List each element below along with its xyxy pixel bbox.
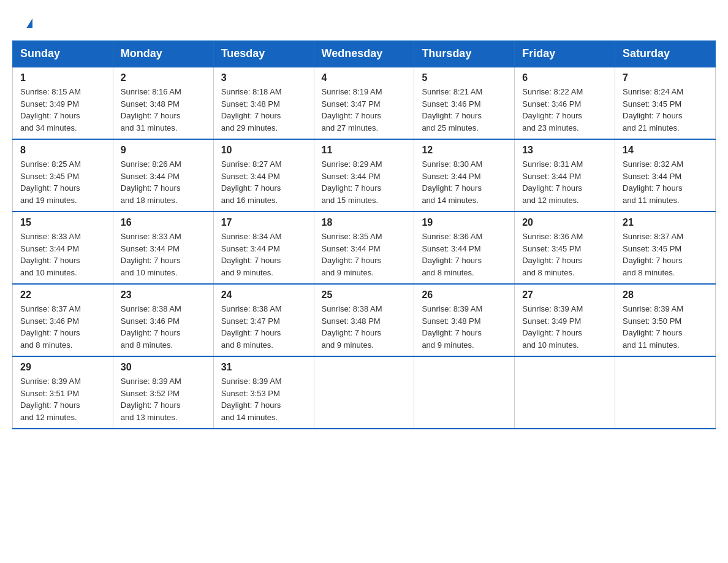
calendar-cell: 27 Sunrise: 8:39 AMSunset: 3:49 PMDaylig… <box>515 284 615 356</box>
calendar-cell: 24 Sunrise: 8:38 AMSunset: 3:47 PMDaylig… <box>213 284 314 356</box>
day-info: Sunrise: 8:33 AMSunset: 3:44 PMDaylight:… <box>20 231 105 278</box>
day-number: 17 <box>221 217 306 228</box>
day-number: 20 <box>522 217 607 228</box>
day-number: 12 <box>422 145 507 156</box>
calendar-cell: 25 Sunrise: 8:38 AMSunset: 3:48 PMDaylig… <box>314 284 414 356</box>
calendar-cell: 28 Sunrise: 8:39 AMSunset: 3:50 PMDaylig… <box>615 284 716 356</box>
calendar-header-row: SundayMondayTuesdayWednesdayThursdayFrid… <box>13 41 716 67</box>
calendar-table: SundayMondayTuesdayWednesdayThursdayFrid… <box>12 40 716 429</box>
calendar-cell: 10 Sunrise: 8:27 AMSunset: 3:44 PMDaylig… <box>213 139 314 212</box>
day-info: Sunrise: 8:27 AMSunset: 3:44 PMDaylight:… <box>221 158 306 206</box>
day-info: Sunrise: 8:19 AMSunset: 3:47 PMDaylight:… <box>322 86 407 134</box>
day-number: 28 <box>623 289 708 301</box>
day-info: Sunrise: 8:39 AMSunset: 3:52 PMDaylight:… <box>121 375 206 423</box>
calendar-cell: 12 Sunrise: 8:30 AMSunset: 3:44 PMDaylig… <box>414 139 515 212</box>
calendar-cell: 26 Sunrise: 8:39 AMSunset: 3:48 PMDaylig… <box>414 284 515 356</box>
day-number: 13 <box>522 145 607 156</box>
day-info: Sunrise: 8:29 AMSunset: 3:44 PMDaylight:… <box>322 158 407 206</box>
day-number: 11 <box>322 145 407 156</box>
calendar-cell: 15 Sunrise: 8:33 AMSunset: 3:44 PMDaylig… <box>13 212 113 284</box>
day-number: 29 <box>20 362 105 373</box>
day-number: 10 <box>221 145 306 156</box>
day-number: 23 <box>121 289 206 301</box>
day-info: Sunrise: 8:18 AMSunset: 3:48 PMDaylight:… <box>221 86 306 134</box>
day-info: Sunrise: 8:16 AMSunset: 3:48 PMDaylight:… <box>121 86 206 134</box>
day-info: Sunrise: 8:32 AMSunset: 3:44 PMDaylight:… <box>623 158 708 206</box>
calendar-cell: 20 Sunrise: 8:36 AMSunset: 3:45 PMDaylig… <box>515 212 615 284</box>
weekday-header-tuesday: Tuesday <box>213 41 314 67</box>
day-number: 31 <box>221 362 306 373</box>
calendar-week-row: 1 Sunrise: 8:15 AMSunset: 3:49 PMDayligh… <box>13 67 716 139</box>
day-info: Sunrise: 8:34 AMSunset: 3:44 PMDaylight:… <box>221 231 306 278</box>
day-info: Sunrise: 8:39 AMSunset: 3:53 PMDaylight:… <box>221 375 306 423</box>
weekday-header-saturday: Saturday <box>615 41 716 67</box>
day-info: Sunrise: 8:36 AMSunset: 3:45 PMDaylight:… <box>522 231 607 278</box>
day-info: Sunrise: 8:37 AMSunset: 3:46 PMDaylight:… <box>20 303 105 351</box>
calendar-cell: 11 Sunrise: 8:29 AMSunset: 3:44 PMDaylig… <box>314 139 414 212</box>
calendar-cell <box>414 356 515 429</box>
day-info: Sunrise: 8:39 AMSunset: 3:50 PMDaylight:… <box>623 303 708 351</box>
day-info: Sunrise: 8:35 AMSunset: 3:44 PMDaylight:… <box>322 231 407 278</box>
day-number: 16 <box>121 217 206 228</box>
day-info: Sunrise: 8:21 AMSunset: 3:46 PMDaylight:… <box>422 86 507 134</box>
day-number: 25 <box>322 289 407 301</box>
day-number: 2 <box>121 72 206 83</box>
calendar-cell: 19 Sunrise: 8:36 AMSunset: 3:44 PMDaylig… <box>414 212 515 284</box>
day-number: 22 <box>20 289 105 301</box>
calendar-cell: 3 Sunrise: 8:18 AMSunset: 3:48 PMDayligh… <box>213 67 314 139</box>
day-number: 30 <box>121 362 206 373</box>
weekday-header-thursday: Thursday <box>414 41 515 67</box>
day-number: 15 <box>20 217 105 228</box>
day-info: Sunrise: 8:39 AMSunset: 3:51 PMDaylight:… <box>20 375 105 423</box>
calendar-cell: 18 Sunrise: 8:35 AMSunset: 3:44 PMDaylig… <box>314 212 414 284</box>
day-info: Sunrise: 8:15 AMSunset: 3:49 PMDaylight:… <box>20 86 105 134</box>
calendar-cell: 14 Sunrise: 8:32 AMSunset: 3:44 PMDaylig… <box>615 139 716 212</box>
calendar-cell: 7 Sunrise: 8:24 AMSunset: 3:45 PMDayligh… <box>615 67 716 139</box>
day-info: Sunrise: 8:38 AMSunset: 3:48 PMDaylight:… <box>322 303 407 351</box>
day-number: 3 <box>221 72 306 83</box>
day-info: Sunrise: 8:39 AMSunset: 3:48 PMDaylight:… <box>422 303 507 351</box>
day-number: 18 <box>322 217 407 228</box>
day-number: 14 <box>623 145 708 156</box>
weekday-header-monday: Monday <box>113 41 213 67</box>
day-number: 21 <box>623 217 708 228</box>
logo-triangle-icon <box>26 18 32 28</box>
calendar-cell: 17 Sunrise: 8:34 AMSunset: 3:44 PMDaylig… <box>213 212 314 284</box>
day-info: Sunrise: 8:37 AMSunset: 3:45 PMDaylight:… <box>623 231 708 278</box>
weekday-header-friday: Friday <box>515 41 615 67</box>
calendar-cell: 22 Sunrise: 8:37 AMSunset: 3:46 PMDaylig… <box>13 284 113 356</box>
logo <box>25 18 32 28</box>
weekday-header-sunday: Sunday <box>13 41 113 67</box>
calendar-week-row: 29 Sunrise: 8:39 AMSunset: 3:51 PMDaylig… <box>13 356 716 429</box>
calendar-cell: 23 Sunrise: 8:38 AMSunset: 3:46 PMDaylig… <box>113 284 213 356</box>
day-info: Sunrise: 8:30 AMSunset: 3:44 PMDaylight:… <box>422 158 507 206</box>
day-number: 8 <box>20 145 105 156</box>
calendar-cell: 16 Sunrise: 8:33 AMSunset: 3:44 PMDaylig… <box>113 212 213 284</box>
day-info: Sunrise: 8:22 AMSunset: 3:46 PMDaylight:… <box>522 86 607 134</box>
calendar-cell: 30 Sunrise: 8:39 AMSunset: 3:52 PMDaylig… <box>113 356 213 429</box>
day-number: 19 <box>422 217 507 228</box>
calendar-cell <box>615 356 716 429</box>
day-number: 6 <box>522 72 607 83</box>
day-info: Sunrise: 8:38 AMSunset: 3:46 PMDaylight:… <box>121 303 206 351</box>
calendar-cell: 13 Sunrise: 8:31 AMSunset: 3:44 PMDaylig… <box>515 139 615 212</box>
day-number: 5 <box>422 72 507 83</box>
calendar-week-row: 8 Sunrise: 8:25 AMSunset: 3:45 PMDayligh… <box>13 139 716 212</box>
day-info: Sunrise: 8:33 AMSunset: 3:44 PMDaylight:… <box>121 231 206 278</box>
day-info: Sunrise: 8:26 AMSunset: 3:44 PMDaylight:… <box>121 158 206 206</box>
day-number: 7 <box>623 72 708 83</box>
calendar-cell: 1 Sunrise: 8:15 AMSunset: 3:49 PMDayligh… <box>13 67 113 139</box>
day-info: Sunrise: 8:39 AMSunset: 3:49 PMDaylight:… <box>522 303 607 351</box>
calendar-cell: 2 Sunrise: 8:16 AMSunset: 3:48 PMDayligh… <box>113 67 213 139</box>
calendar-cell: 5 Sunrise: 8:21 AMSunset: 3:46 PMDayligh… <box>414 67 515 139</box>
calendar-cell: 8 Sunrise: 8:25 AMSunset: 3:45 PMDayligh… <box>13 139 113 212</box>
day-number: 1 <box>20 72 105 83</box>
day-number: 4 <box>322 72 407 83</box>
day-info: Sunrise: 8:36 AMSunset: 3:44 PMDaylight:… <box>422 231 507 278</box>
day-number: 27 <box>522 289 607 301</box>
day-number: 9 <box>121 145 206 156</box>
weekday-header-wednesday: Wednesday <box>314 41 414 67</box>
day-info: Sunrise: 8:31 AMSunset: 3:44 PMDaylight:… <box>522 158 607 206</box>
day-info: Sunrise: 8:25 AMSunset: 3:45 PMDaylight:… <box>20 158 105 206</box>
calendar-cell: 29 Sunrise: 8:39 AMSunset: 3:51 PMDaylig… <box>13 356 113 429</box>
